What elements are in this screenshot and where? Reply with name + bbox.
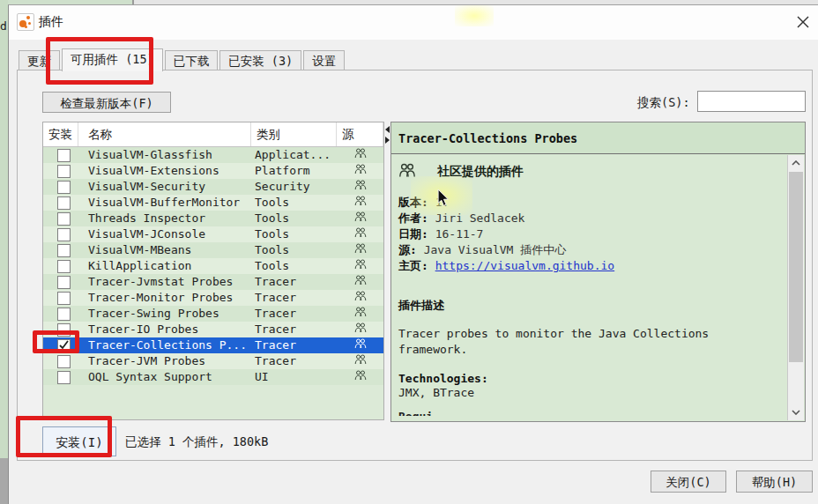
plugin-name-cell: VisualVM-Extensions [78,163,251,179]
detail-field-label: 日期: [398,227,435,241]
install-checkbox[interactable] [57,355,71,368]
plugin-name-cell: Tracer-Swing Probes [78,306,251,322]
install-checkbox[interactable] [57,276,71,289]
background-left-strip: d [0,0,8,458]
detail-field-label: 作者: [398,211,435,225]
column-header-install[interactable]: 安装 [43,122,78,146]
install-cell [43,211,78,226]
plugin-source-cell [337,322,383,337]
install-cell [43,226,78,242]
detail-field-label: 源: [398,243,424,256]
detail-field: 作者: Jiri Sedlacek [398,211,782,226]
install-checkbox[interactable] [57,260,71,273]
plugin-category-cell: Tracer [251,290,337,306]
table-row[interactable]: VisualVM-BufferMonitor Tools [43,195,383,211]
table-row[interactable]: Tracer-Monitor Probes Tracer [43,290,383,306]
install-checkbox[interactable] [57,308,71,321]
table-row[interactable]: Tracer-Swing Probes Tracer [43,306,383,322]
install-checkbox[interactable] [57,196,71,210]
close-icon[interactable] [795,14,811,30]
plugin-category-cell: Tools [251,211,337,226]
install-checkbox[interactable] [57,149,71,162]
plugin-name-cell: VisualVM-Glassfish [78,147,251,163]
source-people-icon [354,147,367,163]
detail-field: 主页: https://visualvm.github.io [398,258,782,274]
plugin-detail-panel: Tracer-Collections Probes 社区提供的插件 版本: 1.… [390,122,806,422]
search-input[interactable] [697,91,806,112]
column-header-name[interactable]: 名称 [78,122,251,146]
plugin-category-cell: Tools [251,242,337,258]
scrollbar-thumb[interactable] [789,172,803,362]
install-cell [43,179,78,195]
install-checkbox[interactable] [57,371,71,384]
source-people-icon [354,290,367,306]
help-button[interactable]: 帮助(H) [736,471,813,493]
check-latest-version-button[interactable]: 检查最新版本(F) [42,92,171,113]
install-checkbox[interactable] [57,292,71,305]
plugin-detail-title: Tracer-Collections Probes [391,122,805,154]
source-people-icon [354,353,367,369]
table-row[interactable]: VisualVM-MBeans Tools [43,242,383,258]
homepage-link[interactable]: https://visualvm.github.io [435,259,615,272]
plugin-category-cell: Tools [251,258,337,274]
close-button[interactable]: 关闭(C) [651,471,726,493]
plugin-name-cell: Tracer-IO Probes [78,322,251,337]
install-checkbox[interactable] [57,244,71,257]
background-left-bottom-strip [0,458,8,504]
detail-field-label: 版本: [398,196,435,209]
table-row[interactable]: VisualVM-Glassfish Applicat... [43,147,383,163]
tab-settings[interactable]: 设置 [303,50,345,70]
install-cell [43,242,78,258]
plugin-category-cell: Tools [251,226,337,242]
plugin-name-cell: VisualVM-JConsole [78,226,251,242]
install-checkbox[interactable] [57,165,71,178]
install-checkbox[interactable] [57,181,71,194]
plugin-category-cell: Tools [251,195,337,211]
column-header-category[interactable]: 类别 [251,122,337,146]
install-checkbox[interactable] [57,228,71,241]
plugins-table: 安装 名称 类别 源 VisualVM-Glassfish Applicat..… [42,122,384,420]
plugin-name-cell: Threads Inspector [78,211,251,226]
plugin-category-cell: UI [251,369,337,385]
table-row[interactable]: KillApplication Tools [43,258,383,274]
table-body: VisualVM-Glassfish Applicat... VisualVM-… [43,147,383,385]
table-row[interactable]: OQL Syntax Support UI [43,369,383,385]
search-label: 搜索(S): [637,95,690,111]
column-header-source[interactable]: 源 [337,122,383,146]
table-row[interactable]: VisualVM-Security Security [43,179,383,195]
table-row[interactable]: VisualVM-Extensions Platform [43,163,383,179]
source-people-icon [354,163,367,179]
detail-field-value: 16-11-7 [435,227,484,241]
table-row[interactable]: VisualVM-JConsole Tools [43,226,383,242]
plugin-name-cell: OQL Syntax Support [78,369,251,385]
source-people-icon [354,226,367,242]
plugin-detail-body: 社区提供的插件 版本: 1.作者: Jiri Sedlacek日期: 16-11… [391,154,787,421]
column-selector-icon[interactable] [384,125,390,145]
available-plugins-panel: 检查最新版本(F) 搜索(S): 安装 名称 类别 源 VisualVM-Gla… [17,70,813,461]
detail-field: 源: Java VisualVM 插件中心 [398,242,782,258]
install-cell [43,163,78,179]
title-bar: 插件 [9,5,818,40]
plugin-category-cell: Tracer [251,306,337,322]
tab-installed[interactable]: 已安装 (3) [219,50,301,70]
plugin-source-cell [337,337,383,353]
plugin-source-cell [337,290,383,306]
install-cell [43,369,78,385]
community-plugin-row: 社区提供的插件 [398,163,782,181]
source-people-icon [354,211,367,226]
table-row[interactable]: Tracer-JVM Probes Tracer [43,353,383,369]
plugin-source-cell [337,242,383,258]
table-row[interactable]: Tracer-Collections P... Tracer [43,337,383,353]
plugin-name-cell: VisualVM-BufferMonitor [78,195,251,211]
table-row[interactable]: Threads Inspector Tools [43,211,383,226]
table-row[interactable]: Tracer-Jvmstat Probes Tracer [43,274,383,290]
install-cell [43,353,78,369]
scroll-up-icon[interactable] [788,155,804,171]
install-checkbox[interactable] [57,212,71,226]
source-people-icon [354,258,367,274]
tab-downloaded[interactable]: 已下载 [165,50,219,70]
scroll-down-icon[interactable] [788,404,804,420]
detail-scrollbar[interactable] [787,155,804,420]
plugin-name-cell: Tracer-Monitor Probes [78,290,251,306]
table-row[interactable]: Tracer-IO Probes Tracer [43,322,383,337]
